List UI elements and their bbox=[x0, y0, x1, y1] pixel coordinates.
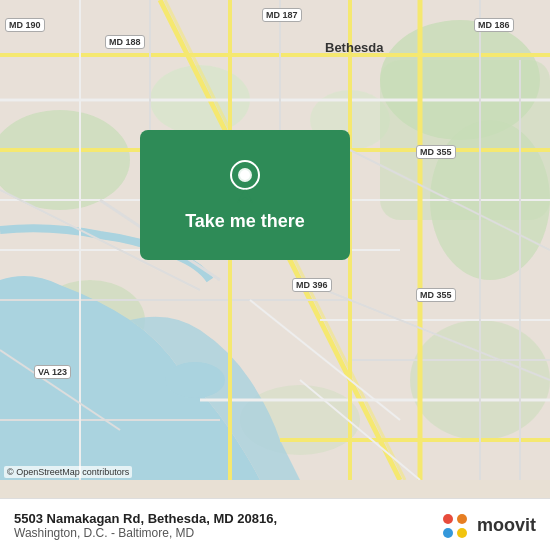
moovit-logo-icon bbox=[441, 512, 469, 540]
svg-text:Bethesda: Bethesda bbox=[325, 40, 384, 55]
route-badge-md188: MD 188 bbox=[105, 35, 145, 49]
address-block: 5503 Namakagan Rd, Bethesda, MD 20816, W… bbox=[14, 511, 441, 540]
route-badge-md396: MD 396 bbox=[292, 278, 332, 292]
svg-point-10 bbox=[165, 362, 225, 398]
route-badge-md355b: MD 355 bbox=[416, 288, 456, 302]
osm-attribution: © OpenStreetMap contributors bbox=[4, 466, 132, 478]
take-me-there-button[interactable]: Take me there bbox=[140, 130, 350, 260]
svg-point-46 bbox=[457, 528, 467, 538]
map-background: Bethesda MD 187 MD 190 MD 188 MD 186 MD … bbox=[0, 0, 550, 550]
address-line1: 5503 Namakagan Rd, Bethesda, MD 20816, bbox=[14, 511, 441, 526]
svg-point-42 bbox=[240, 170, 250, 180]
moovit-logo: moovit bbox=[441, 512, 536, 540]
route-badge-md190: MD 190 bbox=[5, 18, 45, 32]
map-pin-icon bbox=[227, 159, 263, 203]
cta-label: Take me there bbox=[185, 211, 305, 232]
route-badge-va123: VA 123 bbox=[34, 365, 71, 379]
map-container: Bethesda MD 187 MD 190 MD 188 MD 186 MD … bbox=[0, 0, 550, 550]
svg-rect-6 bbox=[380, 60, 550, 220]
svg-point-44 bbox=[457, 514, 467, 524]
address-line2: Washington, D.C. - Baltimore, MD bbox=[14, 526, 441, 540]
route-badge-md355a: MD 355 bbox=[416, 145, 456, 159]
bottom-bar: 5503 Namakagan Rd, Bethesda, MD 20816, W… bbox=[0, 498, 550, 550]
moovit-wordmark: moovit bbox=[477, 515, 536, 536]
svg-point-43 bbox=[443, 514, 453, 524]
route-badge-md186: MD 186 bbox=[474, 18, 514, 32]
route-badge-md187: MD 187 bbox=[262, 8, 302, 22]
svg-point-45 bbox=[443, 528, 453, 538]
